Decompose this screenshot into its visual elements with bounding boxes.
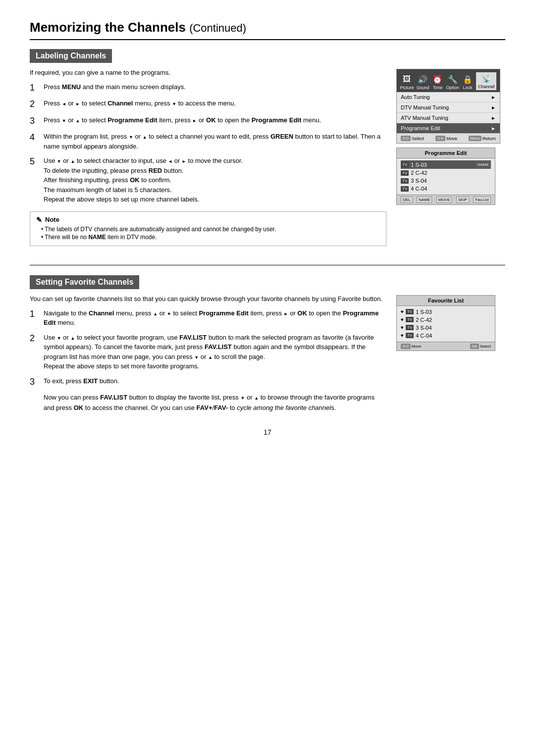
fav-item-3: ♥ TV 3 S-04 (401, 324, 491, 332)
footer-move: ⊙⊙ Move (435, 136, 457, 141)
fav-step-3-num: 3 (30, 376, 39, 388)
step-2-text: Press or to select Channel menu, press t… (44, 99, 236, 108)
menu-icon-lock: 🔒 Lock (462, 74, 474, 90)
fav-item-2: ♥ TV 2 C-42 (401, 316, 491, 324)
prog-item-2: TV 2 C-42 (401, 169, 491, 177)
prog-btn-skip: SKIP (456, 197, 469, 203)
prog-btn-del: DEL (401, 197, 413, 203)
menu-entries: Auto Tuning ► DTV Manual Tuning ► ATV Ma… (397, 92, 500, 134)
labeling-right: 🖼 Picture 🔊 Sound ⏰ Time 🔧 Option (396, 69, 505, 253)
prog-list: TV 1 S-03 NAME TV 2 C-42 TV 3 S-04 TV (397, 158, 495, 195)
fav-step-1: 1 Navigate to the Channel menu, press or… (30, 308, 386, 328)
prog-btn-favlist: Fav.List (473, 197, 490, 203)
step-2-num: 2 (30, 99, 39, 110)
note-icon: ✎ (36, 216, 42, 224)
heart-icon-3: ♥ (401, 325, 404, 330)
setting-fav-section: Setting Favorite Channels You can set up… (30, 275, 505, 413)
menu-entry-atv: ATV Manual Tuning ► (397, 113, 500, 123)
step-5: 5 Use or to select character to input, u… (30, 156, 386, 204)
labeling-intro: If required, you can give a name to the … (30, 69, 386, 76)
section-divider (30, 265, 505, 265)
prog-panel: Programme Edit TV 1 S-03 NAME TV 2 C-42 … (396, 148, 495, 205)
note-item-1: • The labels of DTV channels are automat… (41, 226, 380, 233)
menu-icon-channel: 📡 Channel (476, 72, 497, 90)
title-suffix: (Continued) (189, 22, 246, 34)
menu-icons-row: 🖼 Picture 🔊 Sound ⏰ Time 🔧 Option (397, 69, 500, 92)
prog-item-4: TV 4 C-04 (401, 185, 491, 193)
step-1: 1 Press MENU and the main menu screen di… (30, 82, 386, 94)
labeling-section: Labeling Channels If required, you can g… (30, 49, 505, 253)
heart-icon-1: ♥ (401, 309, 404, 314)
menu-entry-dtv: DTV Manual Tuning ► (397, 102, 500, 113)
fav-step-2: 2 Use or to select your favorite program… (30, 333, 386, 371)
note-item-2: • There will be no NAME item in DTV mode… (41, 234, 380, 241)
labeling-steps: 1 Press MENU and the main menu screen di… (30, 82, 386, 204)
labeling-left: If required, you can give a name to the … (30, 69, 386, 253)
fav-step-2-num: 2 (30, 333, 39, 344)
prog-item-1: TV 1 S-03 NAME (401, 160, 491, 169)
step-3: 3 Press or to select Programme Edit item… (30, 115, 386, 127)
heart-icon-4: ♥ (401, 333, 404, 338)
fav-footer-select: OK Select (470, 344, 491, 349)
setting-fav-header: Setting Favorite Channels (30, 275, 139, 289)
prog-panel-title: Programme Edit (397, 148, 495, 158)
labeling-header: Labeling Channels (30, 49, 112, 63)
fav-step-3: 3 To exit, press EXIT button. (30, 376, 386, 388)
setting-fav-left: You can set up favorite channels list so… (30, 295, 386, 413)
note-title: ✎ Note (36, 216, 380, 224)
fav-step-2-text: Use or to select your favorite program, … (44, 333, 386, 371)
step-3-num: 3 (30, 115, 39, 127)
fav-item-1: ♥ TV 1 S-03 (401, 308, 491, 316)
note-box: ✎ Note • The labels of DTV channels are … (30, 211, 386, 246)
prog-btn-name: NAME (417, 197, 432, 203)
step-1-text: Press MENU and the main menu screen disp… (44, 82, 186, 92)
menu-footer: ⊙⊙ Select ⊙⊙ Move Menu Return (397, 134, 500, 143)
footer-select: ⊙⊙ Select (401, 136, 424, 141)
footer-return: Menu Return (469, 136, 496, 141)
fav-step-3-text: To exit, press EXIT button. (44, 376, 119, 386)
page-title: Memorizing the Channels (Continued) (30, 20, 505, 40)
fav-step-1-num: 1 (30, 308, 39, 320)
page-number: 17 (30, 428, 505, 436)
menu-icon-sound: 🔊 Sound (416, 74, 429, 90)
prog-footer: DEL NAME MOVE SKIP Fav.List (397, 195, 495, 204)
step-5-num: 5 (30, 156, 39, 167)
fav-panel: Favourite List ♥ TV 1 S-03 ♥ TV 2 C-42 ♥ (396, 295, 495, 351)
fav-footer: ⊙⊙ Move OK Select (397, 342, 495, 351)
prog-btn-move: MOVE (436, 197, 452, 203)
step-5-text: Use or to select character to input, use… (44, 156, 243, 204)
step-1-num: 1 (30, 82, 39, 94)
step-2: 2 Press or to select Channel menu, press… (30, 99, 386, 110)
fav-panel-title: Favourite List (397, 296, 495, 306)
fav-step-1-text: Navigate to the Channel menu, press or t… (44, 308, 386, 328)
step-4: 4 Within the program list, press or to s… (30, 132, 386, 151)
menu-icon-option: 🔧 Option (446, 74, 459, 90)
menu-icon-time: ⏰ Time (431, 74, 443, 90)
fav-steps: 1 Navigate to the Channel menu, press or… (30, 308, 386, 388)
step-4-text: Within the program list, press or to sel… (44, 132, 386, 151)
fav-footer-move: ⊙⊙ Move (401, 344, 422, 349)
fav-item-4: ♥ TV 4 C-04 (401, 332, 491, 340)
fav-list: ♥ TV 1 S-03 ♥ TV 2 C-42 ♥ TV 3 S-04 (397, 306, 495, 342)
prog-item-3: TV 3 S-04 (401, 177, 491, 185)
step-3-text: Press or to select Programme Edit item, … (44, 115, 321, 125)
heart-icon-2: ♥ (401, 317, 404, 322)
menu-panel: 🖼 Picture 🔊 Sound ⏰ Time 🔧 Option (396, 69, 500, 144)
setting-fav-intro: You can set up favorite channels list so… (30, 295, 386, 302)
menu-entry-autotuning: Auto Tuning ► (397, 92, 500, 102)
fav-extra-text: Now you can press FAV.LIST button to dis… (44, 393, 386, 413)
step-4-num: 4 (30, 132, 39, 143)
setting-fav-right: Favourite List ♥ TV 1 S-03 ♥ TV 2 C-42 ♥ (396, 295, 505, 413)
menu-icon-picture: 🖼 Picture (400, 74, 414, 90)
menu-entry-progedit: Programme Edit ► (397, 123, 500, 134)
